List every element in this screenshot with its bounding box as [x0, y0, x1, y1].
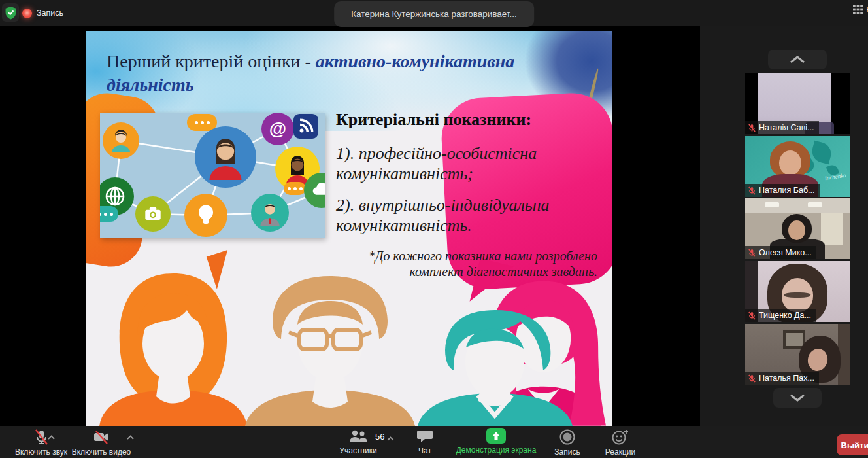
slide-heading: Критеріальні показники: — [336, 110, 604, 130]
participants-icon — [348, 429, 368, 444]
participant-video-2[interactable]: inchenko Наталия Баб... — [745, 136, 850, 197]
participant-video-5[interactable]: Наталья Пах... — [745, 324, 850, 385]
chevron-up-icon — [789, 55, 806, 64]
slide-title: Перший критерій оцінки - активно-комунік… — [107, 50, 558, 97]
slide-title-regular: Перший критерій оцінки - — [107, 51, 316, 71]
participants-button[interactable]: Участники 56 — [332, 429, 384, 455]
rss-icon — [297, 118, 314, 135]
slide-footnote: *До кожного показника нами розроблено ко… — [336, 248, 597, 279]
avatar-teal-man — [415, 308, 575, 426]
leave-button[interactable]: Выйти — [837, 434, 868, 455]
avatar-tan-man-glasses — [235, 273, 425, 426]
scroll-up-button[interactable] — [768, 50, 827, 69]
chat-button[interactable]: Чат — [410, 429, 439, 455]
participant-name-label: Наталья Пах... — [745, 372, 819, 385]
participants-label: Участники — [339, 446, 376, 455]
cloud-icon — [309, 178, 325, 203]
caret-up-icon — [386, 436, 395, 442]
globe-icon — [102, 183, 128, 209]
mic-muted-icon — [748, 186, 756, 195]
bottom-toolbar: Включить звук Включить видео Участники — [0, 426, 868, 458]
active-speaker-banner: Катерина Кутержинська разговаривает... — [334, 1, 534, 27]
security-shield-button[interactable] — [2, 3, 19, 22]
recording-dot-icon — [22, 9, 32, 18]
participant-video-4[interactable]: Тищенко Да... — [745, 261, 850, 322]
scroll-down-button[interactable] — [773, 388, 822, 408]
slide-text-block: Критеріальні показники: 1). професійно-о… — [336, 110, 604, 279]
dots-speech-bubble — [284, 182, 306, 195]
network-person-teal-circle — [251, 194, 289, 232]
network-person-orange-circle — [103, 122, 139, 159]
chat-label: Чат — [418, 446, 431, 455]
dots-speech-bubble — [100, 206, 118, 222]
at-symbol-circle: @ — [261, 113, 294, 145]
network-person-blue-circle — [195, 126, 256, 188]
recording-label: Запись — [37, 9, 63, 18]
reactions-icon — [611, 429, 629, 446]
shield-icon — [5, 6, 17, 20]
mic-muted-icon — [748, 311, 756, 320]
share-screen-label: Демонстрация экрана — [456, 446, 537, 455]
participants-options-caret[interactable] — [386, 434, 395, 444]
record-label: Запись — [554, 448, 580, 457]
grid-view-icon — [853, 5, 863, 14]
communication-network-image: @ — [100, 113, 325, 238]
at-symbol: @ — [269, 119, 286, 139]
top-bar: Запись Катерина Кутержинська разговарива… — [0, 0, 868, 26]
slide-item-2: 2). внутрішньо-індивідуальна комунікатив… — [336, 196, 604, 236]
mic-muted-icon — [748, 249, 756, 257]
zoom-meeting-window: Запись Катерина Кутержинська разговарива… — [0, 0, 868, 458]
start-video-label: Включить видео — [72, 448, 131, 457]
chat-icon — [416, 429, 433, 444]
shared-screen-area: Перший критерій оцінки - активно-комунік… — [0, 26, 700, 426]
participant-name-label: Олеся Мико... — [745, 246, 816, 259]
lightbulb-icon — [192, 201, 220, 230]
chevron-down-icon — [789, 393, 806, 402]
caret-up-icon — [47, 434, 56, 440]
reactions-button[interactable]: Реакции — [601, 429, 639, 457]
participant-name-label: Наталия Баб... — [745, 184, 820, 197]
participants-count: 56 — [375, 432, 384, 442]
caret-up-icon — [126, 434, 135, 440]
video-options-caret[interactable] — [126, 432, 135, 442]
slide-item-1: 1). професійно-особистісна комунікативні… — [336, 144, 604, 184]
reactions-label: Реакции — [605, 448, 635, 457]
lightbulb-circle — [184, 194, 227, 237]
record-button[interactable]: Запись — [549, 429, 586, 457]
presentation-slide: Перший критерій оцінки - активно-комунік… — [86, 31, 612, 426]
share-screen-button[interactable]: Демонстрация экрана — [452, 428, 540, 455]
mic-muted-icon — [748, 124, 756, 132]
mic-muted-icon — [748, 374, 756, 383]
photo-camera-icon — [141, 202, 165, 226]
recording-indicator: Запись — [22, 0, 63, 26]
participants-sidebar: Наталія Саві... inchenko Наталия Баб... — [700, 26, 868, 426]
audio-options-caret[interactable] — [47, 432, 56, 442]
unmute-label: Включить звук — [15, 448, 67, 457]
participant-video-3[interactable]: Олеся Мико... — [745, 198, 850, 259]
rss-icon-square — [293, 114, 318, 139]
share-screen-icon — [486, 428, 506, 444]
participant-name-label: Наталія Саві... — [745, 121, 819, 134]
camera-circle — [135, 196, 171, 232]
camera-off-icon — [92, 429, 110, 446]
record-icon — [559, 429, 576, 446]
avatar-orange-woman — [92, 270, 255, 426]
participant-video-1[interactable]: Наталія Саві... — [745, 73, 850, 134]
view-button[interactable]: В — [853, 5, 868, 14]
participant-name-label: Тищенко Да... — [745, 309, 816, 322]
